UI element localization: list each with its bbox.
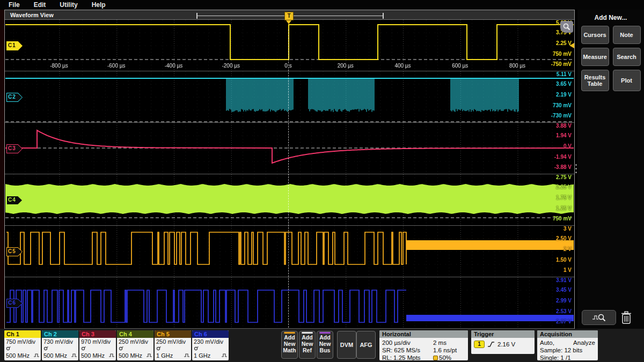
trigger-position-arrow [286, 20, 291, 24]
scale-label-C2-3: 730 mV [553, 102, 572, 108]
waveform-view-panel: Waveform View T C15.25 V3.75 V2.25 V750 … [4, 10, 575, 329]
waveform-zoom-icon [592, 313, 606, 322]
trash-icon[interactable] [620, 311, 632, 324]
acquisition-mode: Auto, [540, 339, 554, 346]
time-label-6: 400 µs [394, 63, 411, 69]
magnifier-icon [562, 23, 571, 31]
probe-icon-row [43, 345, 77, 352]
bracket-right-end [383, 13, 384, 19]
waveform-C2[interactable] [5, 71, 574, 123]
channel-badge-ch2[interactable]: Ch 2730 mV/div500 MHz [42, 330, 78, 360]
cursors-button[interactable]: Cursors [581, 26, 609, 44]
channel-bandwidth: 1 GHz [194, 352, 210, 359]
note-button[interactable]: Note [613, 26, 641, 44]
probe-icon [6, 346, 11, 351]
oscilloscope-screen: File Edit Utility Help Waveform View T C… [0, 0, 644, 362]
channel-badge-header: Ch 2 [42, 330, 78, 338]
trigger-time-line [288, 29, 289, 338]
scale-label-C6-4: 2.07 V [556, 319, 572, 324]
channel-flag-label: C1 [8, 42, 16, 48]
acquisition-sample: Sample: 12 bits [540, 346, 595, 354]
waveform-C5[interactable] [5, 226, 574, 277]
channel-bandwidth: 500 MHz [119, 352, 142, 359]
channel-bandwidth-row: 1 GHz [194, 352, 227, 359]
scale-label-C3-1: 1.94 V [556, 132, 572, 138]
waveform-C6[interactable] [5, 277, 574, 329]
scale-label-C3-2: 0 V [564, 143, 572, 149]
horizontal-panel[interactable]: Horizontal 200 µs/div2 ms SR: 625 MS/s1.… [379, 330, 468, 360]
channel-badge-body: 730 mV/div500 MHz [42, 338, 78, 360]
channel-badge-ch3[interactable]: Ch 3970 mV/div500 MHz [79, 330, 116, 360]
menu-utility[interactable]: Utility [60, 1, 77, 9]
plot-button[interactable]: Plot [613, 70, 641, 91]
add-new-ref-button[interactable]: Add New Ref [299, 331, 316, 359]
scale-label-C5-0: 3 V [564, 226, 572, 232]
scale-label-C1-4: -750 mV [551, 61, 572, 67]
scale-label-C2-2: 2.19 V [556, 92, 572, 98]
channel-slice-2: C25.11 V3.65 V2.19 V730 mV-730 mV [5, 71, 574, 123]
trigger-position-flag[interactable]: T [284, 12, 294, 20]
add-new-math-button[interactable]: Add New Math [281, 331, 298, 359]
afg-button[interactable]: AFG [356, 331, 376, 359]
scale-label-C3-3: -1.94 V [554, 154, 572, 160]
waveform-C3[interactable] [5, 123, 574, 174]
channel-bandwidth-row: 500 MHz [6, 352, 39, 359]
menu-file[interactable]: File [9, 1, 20, 9]
edge-icon [222, 352, 227, 359]
horizontal-panel-title: Horizontal [379, 330, 468, 338]
time-label-1: -600 µs [107, 63, 126, 69]
channel-flag-C6[interactable]: C6 [6, 299, 23, 308]
time-label-2: -400 µs [165, 63, 183, 69]
trigger-panel[interactable]: Trigger 1 2.16 V [471, 330, 535, 354]
channel-flag-C5[interactable]: C5 [6, 247, 23, 256]
search-button[interactable]: Search [613, 48, 641, 66]
channel-badge-header: Ch 3 [79, 330, 116, 338]
math-color-stripe [284, 332, 295, 334]
channel-badge-body: 230 mV/div1 GHz [192, 338, 229, 360]
settings-bar: Ch 1750 mV/div500 MHzCh 2730 mV/div500 M… [0, 329, 644, 362]
channel-flag-label: C6 [8, 300, 16, 306]
channel-flag-C2[interactable]: C2 [6, 93, 23, 102]
channel-slice-3: C33.88 V1.94 V0 V-1.94 V-3.88 V [5, 123, 574, 174]
channel-bandwidth: 500 MHz [81, 352, 105, 359]
channel-flag-label: C3 [8, 145, 16, 151]
time-label-5: 200 µs [338, 63, 354, 69]
acquisition-panel[interactable]: Acquisition Auto, Analyze Sample: 12 bit… [537, 330, 598, 360]
scale-label-C6-3: 2.53 V [556, 308, 572, 314]
channel-badge-ch6[interactable]: Ch 6230 mV/div1 GHz [192, 330, 229, 360]
time-label-8: 800 µs [509, 63, 525, 69]
time-label-0: -800 µs [50, 63, 68, 69]
edge-icon [71, 352, 77, 359]
menu-help[interactable]: Help [92, 1, 106, 9]
channel-flag-C1[interactable]: C1 [6, 41, 23, 50]
probe-icon-row [81, 345, 114, 352]
channel-badge-ch4[interactable]: Ch 4250 mV/div500 MHz [117, 330, 153, 360]
measure-button[interactable]: Measure [581, 48, 609, 66]
rising-edge-icon [487, 341, 495, 348]
scale-label-C4-1: 2.25 V [556, 184, 572, 190]
trigger-source-badge: 1 [474, 341, 485, 348]
channel-badge-ch1[interactable]: Ch 1750 mV/div500 MHz [4, 330, 41, 360]
channel-scale: 250 mV/div [119, 338, 152, 345]
trigger-level-arrow[interactable] [569, 43, 574, 48]
probe-icon [119, 346, 123, 351]
probe-icon [43, 346, 48, 351]
waveform-C4[interactable] [5, 174, 574, 226]
results-table-button[interactable]: Results Table [581, 70, 609, 91]
zoom-mode-button[interactable] [582, 310, 616, 325]
graticule-zoom-chip[interactable] [560, 21, 573, 33]
channel-flag-C3[interactable]: C3 [6, 144, 23, 153]
acquisition-panel-title: Acquisition [537, 330, 598, 338]
menu-edit[interactable]: Edit [34, 1, 46, 9]
scale-label-C5-4: 1 V [564, 267, 572, 273]
left-bezel [0, 10, 4, 362]
dvm-button[interactable]: DVM [337, 331, 356, 359]
probe-icon-row [6, 345, 39, 352]
add-new-bus-button[interactable]: Add New Bus [317, 331, 333, 359]
channel-bandwidth-row: 500 MHz [43, 352, 77, 359]
channel-badge-ch5[interactable]: Ch 5250 mV/div1 GHz [155, 330, 191, 360]
scale-label-C3-0: 3.88 V [556, 123, 572, 129]
ref-color-stripe [302, 332, 313, 334]
channel-flag-C4[interactable]: C4 [6, 196, 23, 205]
channel-badge-header: Ch 5 [155, 330, 191, 338]
